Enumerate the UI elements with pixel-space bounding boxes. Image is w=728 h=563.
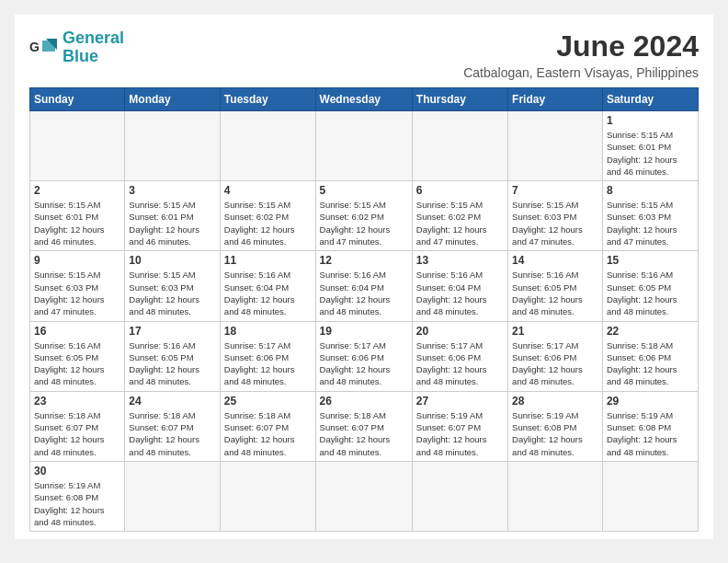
day-number: 5 <box>320 184 408 197</box>
calendar-day-cell <box>30 111 125 181</box>
day-info: Sunrise: 5:16 AM Sunset: 6:05 PM Dayligh… <box>607 269 694 317</box>
calendar-day-cell: 6Sunrise: 5:15 AM Sunset: 6:02 PM Daylig… <box>412 181 507 251</box>
day-number: 18 <box>224 325 312 338</box>
calendar-day-cell <box>602 461 698 531</box>
day-info: Sunrise: 5:18 AM Sunset: 6:07 PM Dayligh… <box>34 409 120 458</box>
day-number: 3 <box>129 184 216 197</box>
calendar-day-cell: 2Sunrise: 5:15 AM Sunset: 6:01 PM Daylig… <box>30 181 125 251</box>
calendar-day-cell: 13Sunrise: 5:16 AM Sunset: 6:04 PM Dayli… <box>412 251 507 321</box>
calendar-day-header: Friday <box>508 88 603 111</box>
day-number: 12 <box>320 254 408 267</box>
day-info: Sunrise: 5:15 AM Sunset: 6:03 PM Dayligh… <box>34 269 120 317</box>
calendar-day-cell: 25Sunrise: 5:18 AM Sunset: 6:07 PM Dayli… <box>220 391 315 461</box>
day-number: 1 <box>607 114 694 127</box>
logo-text: General Blue <box>63 29 124 66</box>
day-number: 14 <box>512 254 598 267</box>
calendar-day-header: Monday <box>125 88 221 111</box>
calendar: SundayMondayTuesdayWednesdayThursdayFrid… <box>29 87 699 532</box>
day-number: 17 <box>129 325 216 338</box>
month-title: June 2024 <box>463 29 699 63</box>
day-info: Sunrise: 5:16 AM Sunset: 6:04 PM Dayligh… <box>416 269 504 317</box>
calendar-day-cell: 21Sunrise: 5:17 AM Sunset: 6:06 PM Dayli… <box>508 321 603 391</box>
day-number: 21 <box>512 325 598 338</box>
calendar-day-cell: 16Sunrise: 5:16 AM Sunset: 6:05 PM Dayli… <box>30 321 125 391</box>
day-info: Sunrise: 5:18 AM Sunset: 6:07 PM Dayligh… <box>129 409 216 458</box>
day-info: Sunrise: 5:15 AM Sunset: 6:01 PM Dayligh… <box>607 129 694 178</box>
day-info: Sunrise: 5:17 AM Sunset: 6:06 PM Dayligh… <box>224 339 312 388</box>
calendar-day-cell <box>125 461 221 531</box>
calendar-day-cell <box>412 111 507 181</box>
day-info: Sunrise: 5:16 AM Sunset: 6:04 PM Dayligh… <box>224 269 312 317</box>
day-info: Sunrise: 5:18 AM Sunset: 6:06 PM Dayligh… <box>607 339 694 388</box>
day-info: Sunrise: 5:15 AM Sunset: 6:03 PM Dayligh… <box>512 199 598 247</box>
day-number: 4 <box>224 184 312 197</box>
day-info: Sunrise: 5:16 AM Sunset: 6:05 PM Dayligh… <box>129 339 216 388</box>
day-info: Sunrise: 5:17 AM Sunset: 6:06 PM Dayligh… <box>320 339 408 388</box>
calendar-day-cell: 23Sunrise: 5:18 AM Sunset: 6:07 PM Dayli… <box>30 391 125 461</box>
calendar-day-cell <box>315 461 412 531</box>
calendar-week-row: 23Sunrise: 5:18 AM Sunset: 6:07 PM Dayli… <box>30 391 699 461</box>
calendar-day-cell: 10Sunrise: 5:15 AM Sunset: 6:03 PM Dayli… <box>125 251 221 321</box>
calendar-day-cell: 27Sunrise: 5:19 AM Sunset: 6:07 PM Dayli… <box>412 391 507 461</box>
calendar-day-cell: 9Sunrise: 5:15 AM Sunset: 6:03 PM Daylig… <box>30 251 125 321</box>
day-info: Sunrise: 5:15 AM Sunset: 6:02 PM Dayligh… <box>320 199 408 247</box>
calendar-day-cell <box>220 461 315 531</box>
calendar-day-cell: 24Sunrise: 5:18 AM Sunset: 6:07 PM Dayli… <box>125 391 221 461</box>
calendar-day-cell <box>315 111 412 181</box>
day-number: 13 <box>416 254 504 267</box>
calendar-day-cell: 22Sunrise: 5:18 AM Sunset: 6:06 PM Dayli… <box>602 321 698 391</box>
calendar-day-cell: 12Sunrise: 5:16 AM Sunset: 6:04 PM Dayli… <box>315 251 412 321</box>
calendar-day-cell: 4Sunrise: 5:15 AM Sunset: 6:02 PM Daylig… <box>220 181 315 251</box>
day-number: 7 <box>512 184 598 197</box>
day-number: 26 <box>320 395 408 408</box>
logo-icon: G <box>29 37 59 59</box>
calendar-day-cell: 3Sunrise: 5:15 AM Sunset: 6:01 PM Daylig… <box>125 181 221 251</box>
calendar-week-row: 9Sunrise: 5:15 AM Sunset: 6:03 PM Daylig… <box>30 251 699 321</box>
calendar-day-cell: 7Sunrise: 5:15 AM Sunset: 6:03 PM Daylig… <box>508 181 603 251</box>
calendar-day-cell <box>125 111 221 181</box>
day-info: Sunrise: 5:15 AM Sunset: 6:02 PM Dayligh… <box>416 199 504 247</box>
day-number: 19 <box>320 325 408 338</box>
day-info: Sunrise: 5:16 AM Sunset: 6:05 PM Dayligh… <box>512 269 598 317</box>
logo: G General Blue <box>29 29 124 66</box>
calendar-day-cell: 1Sunrise: 5:15 AM Sunset: 6:01 PM Daylig… <box>602 111 698 181</box>
calendar-day-header: Wednesday <box>315 88 412 111</box>
calendar-day-cell: 17Sunrise: 5:16 AM Sunset: 6:05 PM Dayli… <box>125 321 221 391</box>
logo-blue: Blue <box>63 47 98 65</box>
day-info: Sunrise: 5:16 AM Sunset: 6:04 PM Dayligh… <box>320 269 408 317</box>
calendar-day-cell <box>508 111 603 181</box>
day-info: Sunrise: 5:15 AM Sunset: 6:03 PM Dayligh… <box>129 269 216 317</box>
day-info: Sunrise: 5:18 AM Sunset: 6:07 PM Dayligh… <box>320 409 408 458</box>
calendar-day-header: Sunday <box>30 88 125 111</box>
day-info: Sunrise: 5:17 AM Sunset: 6:06 PM Dayligh… <box>416 339 504 388</box>
day-info: Sunrise: 5:16 AM Sunset: 6:05 PM Dayligh… <box>34 339 120 388</box>
day-info: Sunrise: 5:15 AM Sunset: 6:01 PM Dayligh… <box>129 199 216 247</box>
calendar-day-cell: 30Sunrise: 5:19 AM Sunset: 6:08 PM Dayli… <box>30 461 125 531</box>
logo-general: General <box>63 29 124 47</box>
day-number: 8 <box>607 184 694 197</box>
day-info: Sunrise: 5:17 AM Sunset: 6:06 PM Dayligh… <box>512 339 598 388</box>
day-info: Sunrise: 5:15 AM Sunset: 6:01 PM Dayligh… <box>34 199 120 247</box>
title-block: June 2024 Catbalogan, Eastern Visayas, P… <box>463 29 699 80</box>
calendar-day-cell: 11Sunrise: 5:16 AM Sunset: 6:04 PM Dayli… <box>220 251 315 321</box>
day-number: 28 <box>512 395 598 408</box>
day-info: Sunrise: 5:19 AM Sunset: 6:08 PM Dayligh… <box>34 479 120 528</box>
calendar-day-cell: 15Sunrise: 5:16 AM Sunset: 6:05 PM Dayli… <box>602 251 698 321</box>
page: G General Blue June 2024 Catbalogan, Eas… <box>15 15 713 539</box>
day-info: Sunrise: 5:15 AM Sunset: 6:02 PM Dayligh… <box>224 199 312 247</box>
day-info: Sunrise: 5:19 AM Sunset: 6:08 PM Dayligh… <box>607 409 694 458</box>
calendar-week-row: 16Sunrise: 5:16 AM Sunset: 6:05 PM Dayli… <box>30 321 699 391</box>
calendar-day-header: Tuesday <box>220 88 315 111</box>
calendar-week-row: 1Sunrise: 5:15 AM Sunset: 6:01 PM Daylig… <box>30 111 699 181</box>
calendar-day-cell: 8Sunrise: 5:15 AM Sunset: 6:03 PM Daylig… <box>602 181 698 251</box>
day-number: 30 <box>34 465 120 477</box>
day-info: Sunrise: 5:15 AM Sunset: 6:03 PM Dayligh… <box>607 199 694 247</box>
day-number: 2 <box>34 184 120 197</box>
calendar-day-cell <box>220 111 315 181</box>
calendar-week-row: 30Sunrise: 5:19 AM Sunset: 6:08 PM Dayli… <box>30 461 699 531</box>
calendar-day-cell: 19Sunrise: 5:17 AM Sunset: 6:06 PM Dayli… <box>315 321 412 391</box>
day-info: Sunrise: 5:19 AM Sunset: 6:08 PM Dayligh… <box>512 409 598 458</box>
calendar-day-cell: 20Sunrise: 5:17 AM Sunset: 6:06 PM Dayli… <box>412 321 507 391</box>
day-number: 27 <box>416 395 504 408</box>
day-number: 11 <box>224 254 312 267</box>
